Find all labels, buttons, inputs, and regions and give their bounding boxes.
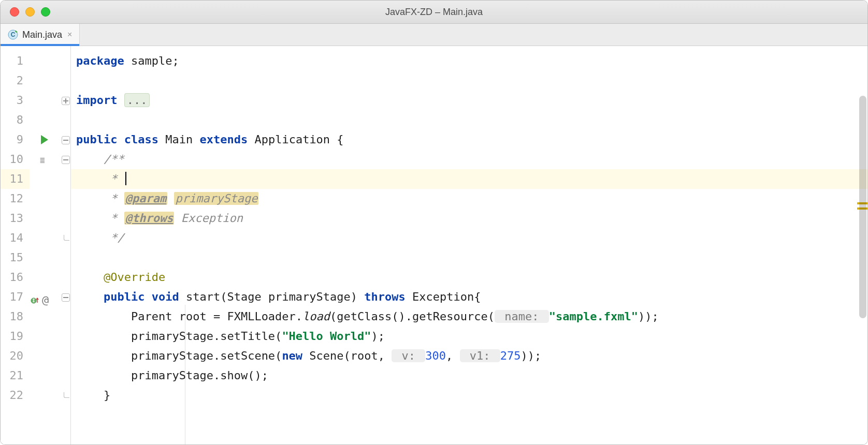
code-token: 300 bbox=[425, 349, 446, 362]
fold-end-icon bbox=[64, 392, 69, 398]
code-token: Application { bbox=[248, 133, 343, 146]
code-token: primaryStage.setTitle( bbox=[131, 330, 282, 343]
code-token: import bbox=[76, 94, 117, 107]
titlebar[interactable]: JavaFX-ZD – Main.java bbox=[1, 1, 867, 24]
code-token: , bbox=[446, 349, 460, 362]
java-class-icon: C bbox=[8, 29, 18, 40]
fold-end-icon bbox=[64, 235, 69, 241]
code-token: void bbox=[152, 290, 179, 303]
at-symbol-icon: @ bbox=[42, 293, 49, 306]
code-token: /** bbox=[104, 153, 124, 166]
editor-tabs: C Main.java × bbox=[1, 24, 867, 46]
code-token: * bbox=[104, 212, 124, 225]
fold-collapse-icon[interactable] bbox=[62, 156, 70, 164]
code-token: * bbox=[104, 192, 124, 205]
code-token: package bbox=[76, 54, 124, 67]
svg-marker-6 bbox=[36, 298, 39, 300]
line-number: 17 bbox=[1, 287, 30, 307]
code-editor[interactable]: 1 2 3 8 9 10 11 12 13 14 15 16 17 18 19 … bbox=[1, 46, 867, 444]
param-hint: v: bbox=[392, 349, 425, 362]
code-token: )); bbox=[638, 310, 659, 323]
close-tab-icon[interactable]: × bbox=[67, 30, 72, 39]
code-token: ); bbox=[371, 330, 385, 343]
line-number: 16 bbox=[1, 268, 30, 287]
code-token: sample; bbox=[124, 54, 179, 67]
line-number: 20 bbox=[1, 346, 30, 366]
code-token: */ bbox=[104, 231, 124, 244]
code-token: extends bbox=[199, 133, 248, 146]
line-number: 14 bbox=[1, 228, 30, 248]
fold-collapse-icon[interactable] bbox=[62, 293, 70, 302]
javadoc-tag: @throws bbox=[124, 212, 175, 225]
code-token: Main bbox=[158, 133, 199, 146]
svg-text:I: I bbox=[33, 299, 35, 303]
svg-text:C: C bbox=[11, 31, 16, 38]
line-number: 15 bbox=[1, 248, 30, 268]
line-number: 9 bbox=[1, 130, 30, 150]
run-icon[interactable] bbox=[41, 135, 48, 144]
code-token: (getClass().getResource( bbox=[330, 310, 495, 323]
code-token: Exception bbox=[174, 212, 242, 225]
code-token: primaryStage.setScene( bbox=[131, 349, 282, 362]
line-number: 13 bbox=[1, 209, 30, 228]
tab-label: Main.java bbox=[22, 29, 62, 40]
code-token: "Hello World" bbox=[282, 330, 371, 343]
fold-gutter bbox=[61, 46, 71, 444]
code-token: public bbox=[104, 290, 144, 303]
line-number: 22 bbox=[1, 385, 30, 405]
window-title: JavaFX-ZD – Main.java bbox=[1, 7, 867, 18]
folded-region[interactable]: ... bbox=[124, 93, 150, 107]
text-caret bbox=[125, 172, 126, 185]
line-number: 11 bbox=[1, 169, 30, 189]
line-number: 10 bbox=[1, 150, 30, 169]
tab-main-java[interactable]: C Main.java × bbox=[1, 24, 80, 46]
code-token: 275 bbox=[500, 349, 521, 362]
fold-collapse-icon[interactable] bbox=[62, 136, 70, 144]
code-token: Parent root = FXMLLoader. bbox=[131, 310, 302, 323]
code-token: start(Stage primaryStage) bbox=[179, 290, 365, 303]
line-number: 8 bbox=[1, 110, 30, 130]
scrollbar-thumb[interactable] bbox=[859, 96, 866, 318]
code-token: public bbox=[76, 133, 117, 146]
code-token: Scene(root, bbox=[302, 349, 392, 362]
line-number: 12 bbox=[1, 189, 30, 209]
param-hint: name: bbox=[495, 310, 549, 323]
line-number: 18 bbox=[1, 307, 30, 327]
code-token: throws bbox=[364, 290, 405, 303]
code-token: "sample.fxml" bbox=[549, 310, 638, 323]
line-number: 2 bbox=[1, 71, 30, 91]
code-token: load bbox=[302, 310, 330, 323]
code-token: * bbox=[104, 172, 124, 185]
scrollbar[interactable] bbox=[858, 96, 866, 439]
line-number: 3 bbox=[1, 91, 30, 110]
fold-expand-icon[interactable] bbox=[62, 97, 70, 105]
code-token: new bbox=[282, 349, 302, 362]
code-token: primaryStage bbox=[174, 192, 258, 205]
code-token: } bbox=[104, 389, 110, 402]
line-number: 19 bbox=[1, 327, 30, 346]
param-hint: v1: bbox=[460, 349, 500, 362]
line-number: 1 bbox=[1, 51, 30, 71]
line-number-gutter[interactable]: 1 2 3 8 9 10 11 12 13 14 15 16 17 18 19 … bbox=[1, 46, 30, 444]
javadoc-tag: @param bbox=[124, 192, 167, 205]
line-number: 21 bbox=[1, 366, 30, 385]
code-token: )); bbox=[521, 349, 542, 362]
code-token: Exception{ bbox=[406, 290, 481, 303]
code-token: @Override bbox=[104, 271, 165, 284]
gutter-icons: ≣ I @ bbox=[30, 46, 61, 444]
ide-window: JavaFX-ZD – Main.java C Main.java × 1 2 … bbox=[0, 0, 868, 445]
code-token: primaryStage.show(); bbox=[131, 369, 268, 382]
javadoc-icon[interactable]: ≣ bbox=[40, 157, 44, 164]
code-area[interactable]: package sample; import ... public class … bbox=[71, 46, 867, 444]
code-token: class bbox=[124, 133, 158, 146]
